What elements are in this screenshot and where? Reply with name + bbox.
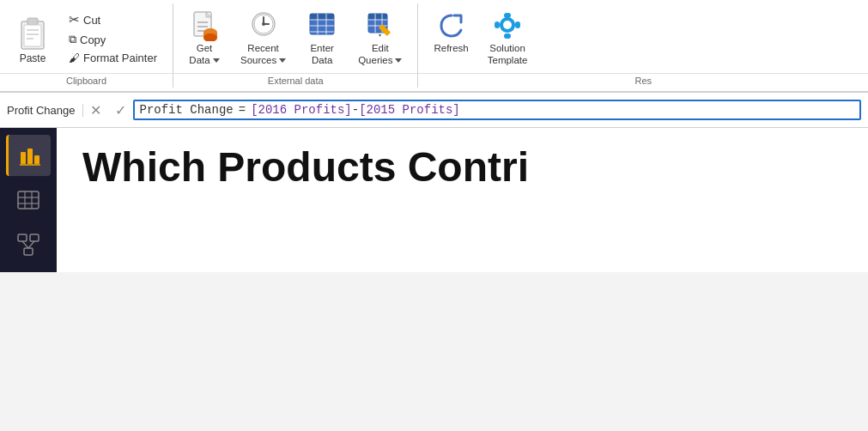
refresh-svg bbox=[437, 10, 466, 41]
format-painter-icon: 🖌 bbox=[69, 52, 80, 64]
formula-part2: [2015 Profits] bbox=[359, 103, 460, 117]
edit-queries-label: Edit Queries bbox=[358, 43, 402, 67]
refresh-button[interactable]: Refresh bbox=[425, 7, 476, 70]
edit-queries-icon bbox=[365, 10, 396, 41]
external-data-section-label-row: External data bbox=[173, 73, 417, 88]
clipboard-right: ✂ Cut ⧉ Copy 🖌 Format Painter bbox=[60, 7, 166, 70]
recent-sources-button[interactable]: Recent Sources bbox=[232, 7, 294, 70]
svg-rect-49 bbox=[30, 234, 39, 241]
refresh-icon bbox=[436, 10, 467, 41]
paste-button[interactable]: Paste bbox=[7, 7, 58, 70]
enter-data-button[interactable]: Enter Data bbox=[298, 7, 346, 70]
formula-equals: = bbox=[239, 103, 246, 117]
solution-template-label: Solution Template bbox=[488, 43, 528, 67]
recent-sources-label: Recent Sources bbox=[240, 43, 286, 67]
scissors-icon: ✂ bbox=[69, 12, 80, 27]
formula-input[interactable]: Profit Change = [2016 Profits] - [2015 P… bbox=[133, 100, 862, 120]
content-title: Which Products Contri bbox=[82, 145, 842, 191]
cancel-icon: ✕ bbox=[90, 102, 101, 118]
svg-rect-2 bbox=[24, 25, 41, 46]
formula-dash: - bbox=[352, 103, 359, 117]
clipboard-section-label: Clipboard bbox=[66, 76, 106, 86]
recent-sources-svg bbox=[250, 10, 277, 41]
edit-queries-button[interactable]: Edit Queries bbox=[349, 7, 410, 70]
solution-template-button[interactable]: Solution Template bbox=[479, 7, 537, 70]
recent-sources-dropdown-icon bbox=[279, 58, 286, 63]
svg-rect-37 bbox=[495, 21, 500, 28]
svg-rect-27 bbox=[368, 14, 387, 20]
svg-rect-1 bbox=[27, 18, 38, 25]
get-data-svg bbox=[191, 10, 218, 41]
enter-data-icon bbox=[307, 10, 337, 41]
get-data-label: Get Data bbox=[189, 43, 219, 67]
svg-rect-43 bbox=[18, 191, 39, 209]
res-section-label: Res bbox=[634, 76, 652, 86]
formula-field-name: Profit Change bbox=[7, 104, 76, 117]
model-icon bbox=[16, 233, 40, 257]
get-data-icon bbox=[189, 10, 220, 41]
svg-rect-50 bbox=[24, 248, 33, 255]
formula-part1: [2016 Profits] bbox=[251, 103, 352, 117]
formula-confirm-button[interactable]: ✓ bbox=[108, 102, 133, 118]
svg-rect-35 bbox=[504, 13, 511, 18]
enter-data-svg bbox=[308, 10, 336, 41]
edit-queries-dropdown-icon bbox=[395, 58, 402, 63]
confirm-icon: ✓ bbox=[115, 102, 126, 118]
svg-rect-40 bbox=[27, 149, 33, 164]
svg-line-52 bbox=[28, 241, 34, 248]
solution-template-icon bbox=[492, 10, 523, 41]
bar-chart-icon bbox=[18, 143, 42, 167]
formula-cancel-button[interactable]: ✕ bbox=[83, 102, 108, 118]
edit-queries-svg bbox=[367, 10, 394, 41]
external-data-group: Get Data bbox=[173, 3, 418, 88]
svg-point-17 bbox=[262, 22, 265, 26]
copy-label: Copy bbox=[80, 33, 106, 46]
main-area: Which Products Contri bbox=[0, 128, 868, 272]
external-data-section-label: External data bbox=[268, 76, 324, 86]
sidebar bbox=[0, 128, 57, 272]
svg-rect-20 bbox=[310, 14, 334, 20]
clipboard-group: Paste ✂ Cut ⧉ Copy 🖌 Format Painter bbox=[0, 3, 173, 88]
svg-point-34 bbox=[503, 21, 512, 29]
solution-template-svg bbox=[492, 10, 523, 41]
formula-name-box: Profit Change bbox=[0, 104, 83, 117]
sidebar-item-report[interactable] bbox=[6, 135, 51, 176]
svg-line-51 bbox=[22, 241, 28, 248]
table-icon bbox=[16, 188, 40, 212]
recent-sources-icon bbox=[248, 10, 279, 41]
copy-button[interactable]: ⧉ Copy bbox=[64, 31, 162, 48]
paste-icon bbox=[16, 13, 49, 51]
formula-bar: Profit Change ✕ ✓ Profit Change = [2016 … bbox=[0, 92, 868, 128]
svg-rect-41 bbox=[34, 155, 39, 164]
format-painter-button[interactable]: 🖌 Format Painter bbox=[64, 50, 162, 66]
cut-label: Cut bbox=[83, 14, 100, 27]
svg-rect-38 bbox=[515, 21, 520, 28]
content-area: Which Products Contri bbox=[57, 128, 868, 272]
svg-rect-36 bbox=[504, 33, 511, 39]
cut-button[interactable]: ✂ Cut bbox=[64, 10, 162, 29]
sidebar-item-data[interactable] bbox=[6, 179, 51, 221]
copy-icon: ⧉ bbox=[69, 33, 76, 46]
res-group: Refresh bbox=[418, 3, 868, 88]
paste-label: Paste bbox=[20, 52, 46, 64]
svg-rect-48 bbox=[18, 234, 27, 241]
sidebar-item-model[interactable] bbox=[6, 224, 51, 265]
enter-data-label: Enter Data bbox=[310, 43, 334, 67]
format-painter-label: Format Painter bbox=[83, 52, 157, 64]
get-data-button[interactable]: Get Data bbox=[180, 7, 228, 70]
svg-marker-33 bbox=[379, 34, 381, 37]
refresh-label: Refresh bbox=[434, 43, 468, 55]
res-section-label-row: Res bbox=[418, 73, 868, 88]
get-data-dropdown-icon bbox=[213, 58, 220, 63]
svg-rect-39 bbox=[21, 152, 26, 164]
clipboard-section-label-row: Clipboard bbox=[0, 73, 173, 88]
ribbon: Paste ✂ Cut ⧉ Copy 🖌 Format Painter bbox=[0, 0, 868, 92]
formula-field-name-display: Profit Change bbox=[140, 103, 234, 117]
